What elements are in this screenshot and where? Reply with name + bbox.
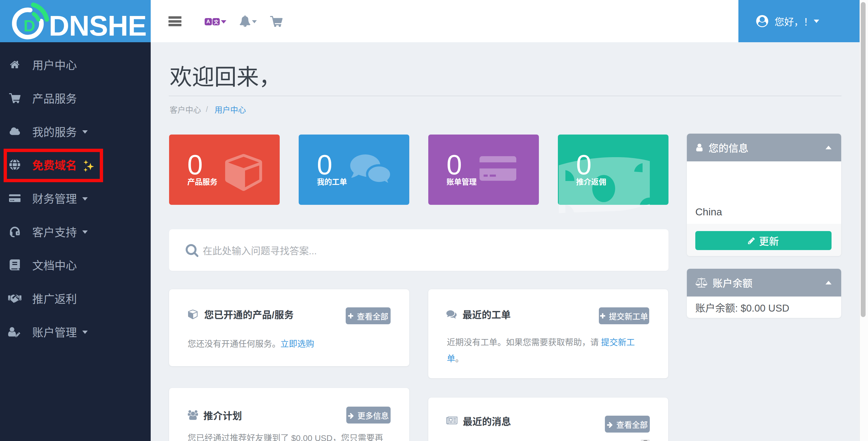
- svg-text:D: D: [24, 17, 35, 35]
